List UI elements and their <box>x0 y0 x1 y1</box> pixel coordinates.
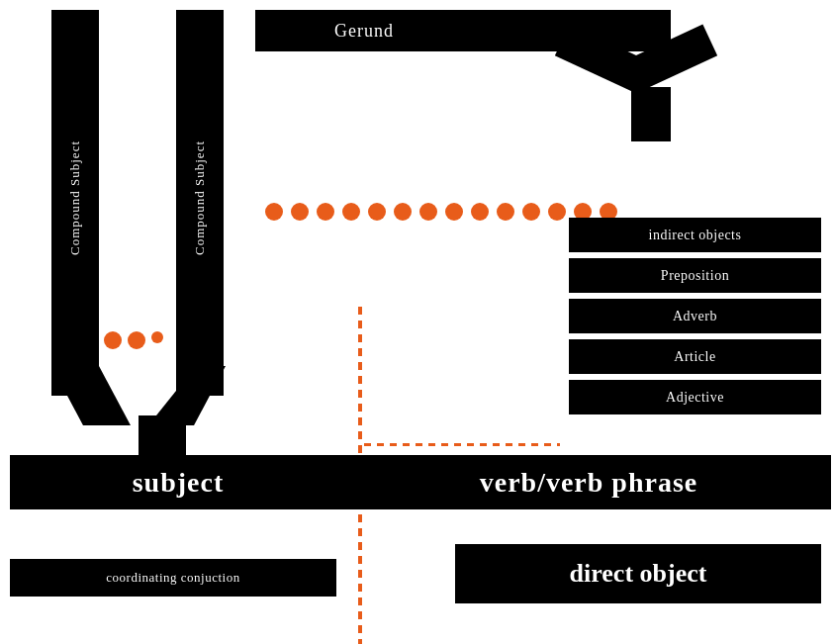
dot-m12 <box>548 203 566 221</box>
direct-object-label: direct object <box>570 559 707 589</box>
indirect-objects-bar: indirect objects <box>569 218 821 252</box>
adjective-bar: Adjective <box>569 380 821 414</box>
indirect-objects-label: indirect objects <box>649 228 742 243</box>
dot-m10 <box>497 203 514 221</box>
verb-bar: verb/verb phrase <box>346 455 831 509</box>
gerund-bar: Gerund <box>255 10 473 51</box>
coordinating-conjunction-bar: coordinating conjuction <box>10 559 336 597</box>
compound-subject-left-label: Compound Subject <box>51 10 99 386</box>
dots-main-row <box>265 203 617 221</box>
dot-1 <box>104 331 122 349</box>
dot-m8 <box>445 203 463 221</box>
right-bars-container: indirect objects Preposition Adverb Arti… <box>569 218 821 420</box>
compound-subject-right-label: Compound Subject <box>176 10 224 386</box>
dot-m11 <box>522 203 540 221</box>
preposition-bar: Preposition <box>569 258 821 293</box>
diagram: Gerund Compound Subject Compound Subject <box>0 0 834 644</box>
dots-left <box>104 331 163 349</box>
gerund-y-stem <box>631 87 671 141</box>
article-bar: Article <box>569 339 821 374</box>
adjective-label: Adjective <box>666 390 724 406</box>
subject-label: subject <box>133 467 225 499</box>
article-label: Article <box>674 349 715 365</box>
dot-m7 <box>419 203 437 221</box>
gerund-label: Gerund <box>334 21 394 42</box>
dotted-horizontal-line <box>364 443 560 446</box>
dot-m5 <box>368 203 386 221</box>
dot-m2 <box>291 203 309 221</box>
subject-bar: subject <box>10 455 346 509</box>
dot-m9 <box>471 203 489 221</box>
verb-label: verb/verb phrase <box>480 467 698 499</box>
dot-m1 <box>265 203 283 221</box>
coordinating-conjunction-label: coordinating conjuction <box>106 570 239 586</box>
dot-m6 <box>394 203 412 221</box>
adverb-label: Adverb <box>673 309 717 324</box>
dot-m3 <box>317 203 334 221</box>
preposition-label: Preposition <box>661 268 729 284</box>
adverb-bar: Adverb <box>569 299 821 333</box>
dot-3 <box>151 331 163 343</box>
dot-m4 <box>342 203 360 221</box>
dot-2 <box>128 331 145 349</box>
direct-object-bar: direct object <box>455 544 821 603</box>
